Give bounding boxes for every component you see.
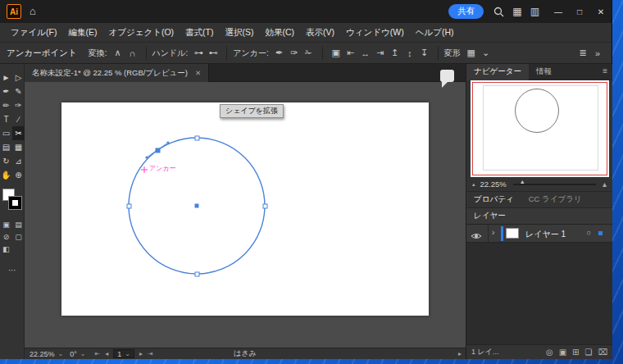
next-artboard-icon[interactable]: ▸ bbox=[139, 350, 143, 357]
workspace-switcher-icon[interactable]: ▥ bbox=[530, 6, 539, 17]
canvas-area[interactable]: シェイプを拡張 アンカー bbox=[25, 82, 466, 348]
remove-anchor-button[interactable]: ✒ bbox=[273, 46, 286, 61]
none-button[interactable]: ⊘ bbox=[0, 230, 12, 243]
align-top-button[interactable]: ↥ bbox=[389, 46, 402, 61]
handle-end[interactable] bbox=[166, 141, 169, 143]
rotation-caret-icon[interactable]: ⌄ bbox=[80, 350, 86, 357]
center-point[interactable] bbox=[195, 204, 198, 207]
layer-row[interactable]: › レイヤー 1 ○ bbox=[466, 225, 612, 243]
menu-help[interactable]: ヘルプ(H) bbox=[410, 27, 460, 39]
tab-info[interactable]: 情報 bbox=[529, 64, 559, 80]
close-button[interactable]: ✕ bbox=[590, 0, 612, 23]
anchor-point-top[interactable] bbox=[195, 136, 199, 140]
menu-file[interactable]: ファイル(F) bbox=[5, 27, 62, 39]
menu-object[interactable]: オブジェクト(O) bbox=[102, 27, 180, 39]
zoom-slider[interactable]: ▲ bbox=[513, 184, 596, 185]
target-circle-icon[interactable]: ○ bbox=[587, 229, 591, 237]
tab-close-icon[interactable]: ✕ bbox=[195, 69, 201, 77]
clipping-mask-icon[interactable]: ▣ bbox=[559, 348, 566, 357]
document-tab[interactable]: 名称未設定-1* @ 22.25 % (RGB/プレビュー) ✕ bbox=[25, 64, 209, 82]
add-anchor-button[interactable]: ✑ bbox=[288, 46, 301, 61]
navigator-preview[interactable] bbox=[471, 80, 609, 177]
screen-mode-button[interactable]: ◧ bbox=[0, 243, 12, 255]
cut-path-button[interactable]: ✁ bbox=[302, 46, 316, 61]
zoom-caret-icon[interactable]: ⌄ bbox=[58, 350, 64, 357]
type-tool[interactable]: T bbox=[0, 112, 12, 126]
transform-grid-icon[interactable]: ▦ bbox=[465, 46, 478, 61]
menu-type[interactable]: 書式(T) bbox=[180, 27, 219, 39]
menu-select[interactable]: 選択(S) bbox=[219, 27, 259, 39]
comments-icon[interactable] bbox=[440, 70, 454, 82]
menu-edit[interactable]: 編集(E) bbox=[62, 27, 102, 39]
selection-tool[interactable]: ► bbox=[0, 71, 12, 84]
zoom-slider-thumb[interactable]: ▲ bbox=[520, 179, 525, 184]
align-bottom-button[interactable]: ↧ bbox=[418, 46, 431, 61]
anchor-point-bottom[interactable] bbox=[195, 272, 199, 276]
tab-navigator[interactable]: ナビゲーター bbox=[466, 64, 529, 80]
rotate-tool[interactable]: ↻ bbox=[0, 154, 12, 168]
first-artboard-icon[interactable]: ⇤ bbox=[95, 350, 101, 357]
panel-menu-icon[interactable]: ≡ bbox=[603, 66, 607, 75]
prev-artboard-icon[interactable]: ◂ bbox=[105, 350, 108, 357]
layer-thumbnail[interactable] bbox=[506, 228, 519, 239]
convert-smooth-button[interactable]: ∩ bbox=[126, 46, 139, 61]
selection-indicator[interactable] bbox=[598, 231, 603, 235]
pencil-tool[interactable]: ✑ bbox=[12, 98, 25, 112]
draw-mode-button[interactable]: ▢ bbox=[12, 230, 25, 243]
status-expand-icon[interactable]: ▸ bbox=[458, 350, 462, 357]
align-center-button[interactable]: ↔ bbox=[359, 46, 372, 61]
mesh-tool[interactable]: ▦ bbox=[12, 140, 25, 154]
transform-label[interactable]: 変形 bbox=[444, 48, 461, 59]
direct-selection-tool[interactable]: ▷ bbox=[12, 71, 25, 84]
anchor-point-selected[interactable] bbox=[156, 148, 160, 152]
zoom-out-icon[interactable]: ▴ bbox=[472, 181, 475, 188]
menu-effect[interactable]: 効果(C) bbox=[259, 27, 300, 39]
rotation-value[interactable]: 0° bbox=[70, 350, 77, 358]
layers-panel-header[interactable]: レイヤー bbox=[466, 208, 612, 225]
maximize-button[interactable]: □ bbox=[569, 0, 590, 23]
hand-tool[interactable]: ✋ bbox=[0, 168, 12, 182]
arrange-documents-icon[interactable]: ▦ bbox=[512, 6, 521, 17]
color-button[interactable]: ▣ bbox=[0, 218, 12, 230]
isolate-selection-button[interactable]: ▣ bbox=[330, 46, 343, 61]
align-left-button[interactable]: ⇤ bbox=[344, 46, 357, 61]
visibility-eye-icon[interactable] bbox=[471, 229, 484, 239]
new-layer-icon[interactable]: ❏ bbox=[585, 348, 593, 357]
anchor-point-left[interactable] bbox=[127, 204, 131, 208]
tab-properties[interactable]: プロパティ bbox=[466, 194, 521, 205]
paintbrush-tool[interactable]: ✏ bbox=[0, 98, 12, 112]
collapse-panels-icon[interactable]: » bbox=[591, 46, 604, 61]
line-tool[interactable]: ∕ bbox=[12, 112, 25, 126]
stroke-color-swatch[interactable] bbox=[9, 197, 21, 209]
rectangle-tool[interactable]: ▭ bbox=[0, 126, 12, 140]
anchor-point-right[interactable] bbox=[263, 204, 267, 208]
handle-end[interactable] bbox=[145, 156, 148, 158]
scale-tool[interactable]: ⊿ bbox=[12, 154, 25, 168]
scissors-tool[interactable]: ✂ bbox=[12, 126, 25, 140]
artboard-number-field[interactable]: 1 ⌄ bbox=[113, 349, 134, 358]
delete-layer-icon[interactable]: ⌧ bbox=[598, 348, 607, 357]
home-icon[interactable]: ⌂ bbox=[30, 3, 36, 20]
edit-toolbar-button[interactable]: ⋯ bbox=[0, 266, 25, 275]
pen-tool[interactable]: ✒ bbox=[0, 84, 12, 98]
menu-window[interactable]: ウィンドウ(W) bbox=[340, 27, 410, 39]
share-button[interactable]: 共有 bbox=[448, 4, 484, 19]
navigator-proxy-view[interactable] bbox=[472, 82, 607, 175]
layer-name[interactable]: レイヤー 1 bbox=[525, 229, 566, 240]
new-sublayer-icon[interactable]: ⊞ bbox=[572, 348, 579, 357]
convert-corner-button[interactable]: ∧ bbox=[111, 46, 125, 61]
navigator-zoom-value[interactable]: 22.25% bbox=[480, 180, 507, 189]
search-icon[interactable] bbox=[493, 7, 504, 17]
tab-cc-libraries[interactable]: CC ライブラリ bbox=[521, 194, 589, 205]
disclosure-icon[interactable]: › bbox=[492, 228, 494, 237]
zoom-in-icon[interactable]: ▴ bbox=[603, 180, 607, 189]
gradient-button[interactable]: ▤ bbox=[12, 218, 25, 230]
transform-menu-icon[interactable]: ⌄ bbox=[480, 46, 493, 61]
align-right-button[interactable]: ⇥ bbox=[374, 46, 387, 61]
minimize-button[interactable]: — bbox=[548, 0, 569, 23]
zoom-level[interactable]: 22.25% bbox=[30, 350, 55, 358]
curvature-tool[interactable]: ✎ bbox=[12, 84, 25, 98]
hide-handles-button[interactable]: ⊷ bbox=[207, 46, 220, 61]
panel-options-icon[interactable]: ≣ bbox=[576, 46, 589, 61]
artboard-caret-icon[interactable]: ⌄ bbox=[125, 350, 130, 357]
